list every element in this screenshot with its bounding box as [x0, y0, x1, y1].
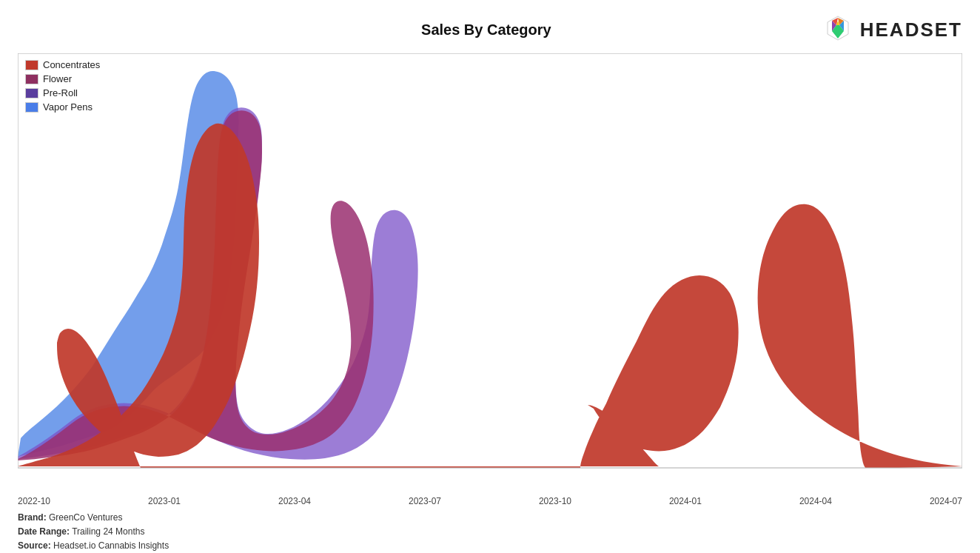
chart-legend: ConcentratesFlowerPre-RollVapor Pens: [25, 59, 100, 113]
source-label: Source:: [18, 540, 51, 551]
x-axis-labels: 2022-102023-012023-042023-072023-102024-…: [18, 493, 962, 506]
chart-section: ConcentratesFlowerPre-RollVapor Pens: [18, 53, 962, 506]
x-axis-label: 2022-10: [18, 496, 50, 506]
chart-wrapper: [18, 53, 962, 493]
legend-label-preroll: Pre-Roll: [43, 87, 78, 98]
x-axis-label: 2023-01: [148, 496, 181, 506]
legend-item-vaporpens: Vapor Pens: [25, 101, 100, 113]
x-axis-label: 2024-07: [930, 496, 962, 506]
logo-area: HEADSET: [822, 13, 962, 46]
header: Sales By Category HEADSET: [0, 0, 980, 46]
legend-item-preroll: Pre-Roll: [25, 87, 100, 98]
legend-item-concentrates: Concentrates: [25, 59, 100, 70]
legend-swatch-vaporpens: [25, 102, 38, 113]
x-axis-label: 2023-10: [539, 496, 571, 506]
x-axis-label: 2024-01: [669, 496, 702, 506]
brand-value: GreenCo Ventures: [49, 512, 122, 523]
page-container: Sales By Category HEADSET ConcentratesFl…: [0, 0, 980, 553]
legend-swatch-preroll: [25, 88, 38, 98]
brand-label: Brand:: [18, 512, 47, 523]
x-axis-label: 2023-04: [278, 496, 311, 506]
legend-label-concentrates: Concentrates: [43, 59, 100, 70]
legend-swatch-concentrates: [25, 60, 38, 70]
date-range-label: Date Range:: [18, 526, 70, 537]
legend-label-flower: Flower: [43, 73, 72, 84]
x-axis-label: 2024-04: [799, 496, 832, 506]
legend-swatch-flower: [25, 74, 38, 84]
x-axis-label: 2023-07: [409, 496, 441, 506]
logo-text: HEADSET: [860, 19, 962, 41]
headset-logo-icon: [822, 13, 854, 46]
source-value: Headset.io Cannabis Insights: [53, 540, 169, 551]
legend-item-flower: Flower: [25, 73, 100, 84]
area-chart: [18, 53, 962, 490]
legend-label-vaporpens: Vapor Pens: [43, 101, 93, 113]
footer-info: Brand: GreenCo Ventures Date Range: Trai…: [0, 506, 980, 553]
chart-title: Sales By Category: [151, 21, 822, 38]
date-range-value: Trailing 24 Months: [72, 526, 144, 537]
